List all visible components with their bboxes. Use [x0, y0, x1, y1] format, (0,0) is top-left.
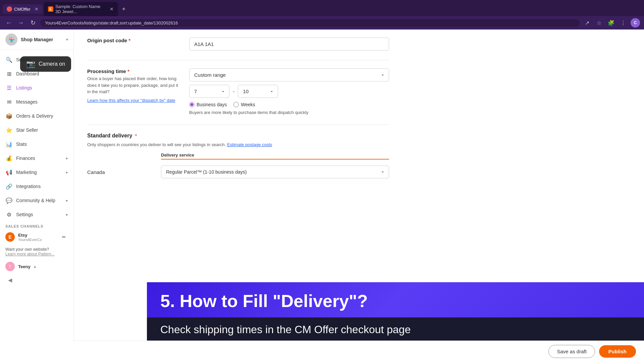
bookmark-icon[interactable]: ☆ [594, 18, 604, 27]
bottom-bar: Save as draft Publish [73, 341, 644, 362]
sidebar-chevron-icon: ▾ [66, 37, 68, 42]
sidebar-item-stats-label: Stats [16, 141, 68, 147]
messages-icon: ✉ [5, 98, 13, 106]
processing-time-label-col: Processing time * Once a buyer has place… [87, 68, 181, 103]
processing-time-select[interactable]: Custom range [189, 68, 389, 81]
sales-channels-label: SALES CHANNELS [0, 222, 73, 230]
processing-time-range: 7 - 10 [189, 85, 389, 98]
community-expand-icon: ▸ [66, 198, 68, 203]
listings-icon: ☰ [5, 84, 13, 92]
processing-time-link[interactable]: Learn how this affects your "dispatch by… [87, 98, 175, 103]
sidebar-item-integrations[interactable]: 🔗 Integrations [0, 179, 73, 193]
processing-time-row: Processing time * Once a buyer has place… [87, 68, 389, 115]
promo-text: Want your own website? [5, 247, 68, 252]
browser-chrome: CMOffer ✕ E Sample: Custom Name 3D Jewel… [0, 0, 644, 29]
sidebar-item-marketing[interactable]: 📢 Marketing ▸ [0, 165, 73, 179]
cmofter-favicon [7, 6, 12, 12]
close-tab-cmofter[interactable]: ✕ [35, 6, 39, 12]
sidebar-item-orders[interactable]: 📦 Orders & Delivery [0, 109, 73, 123]
origin-postcode-input[interactable] [189, 38, 389, 51]
promo-link[interactable]: Learn more about Pattern... [5, 252, 68, 256]
range-to-select[interactable]: 10 [238, 85, 278, 98]
finances-icon: 💰 [5, 155, 13, 162]
teeny-shop-icon: T [5, 262, 15, 271]
video-main-text: 5. How to Fill "Delivery"? [160, 292, 631, 311]
sidebar-teeny-shop[interactable]: T Teeny ▴ [0, 259, 73, 274]
dashboard-icon: ⊞ [5, 70, 13, 77]
processing-time-desc: Once a buyer has placed their order, how… [87, 75, 181, 95]
origin-postcode-row: Origin post code * [87, 38, 389, 51]
tab-etsy[interactable]: E Sample: Custom Name 3D Jewel... ✕ [44, 2, 118, 16]
divider-2 [87, 124, 389, 125]
share-icon[interactable]: ↗ [582, 18, 592, 27]
delivery-service-select[interactable]: Regular Parcel™ (1-10 business days) [161, 166, 389, 178]
sidebar-header[interactable]: 🏪 Shop Manager ▾ [0, 29, 73, 50]
sidebar-item-star-seller-label: Star Seller [16, 127, 68, 133]
finances-expand-icon: ▸ [66, 156, 68, 161]
sidebar-item-community-label: Community & Help [16, 198, 63, 203]
stats-icon: 📊 [5, 140, 13, 148]
sidebar-item-finances[interactable]: 💰 Finances ▸ [0, 151, 73, 165]
refresh-button[interactable]: ↻ [28, 18, 38, 27]
range-from-select[interactable]: 7 [189, 85, 229, 98]
sidebar-item-listings[interactable]: ☰ Listings [0, 81, 73, 95]
sidebar-promo: Want your own website? Learn more about … [0, 244, 73, 259]
video-sub-section: Check shipping times in the CM Offer che… [147, 317, 644, 342]
etsy-shop-letter: E [5, 232, 15, 242]
etsy-favicon: E [48, 6, 53, 12]
form-section: Origin post code * Processing time * Onc… [87, 38, 389, 178]
orders-icon: 📦 [5, 112, 13, 120]
col-service-header: Delivery service [161, 153, 389, 160]
camera-label: Camera on [39, 61, 65, 67]
close-tab-etsy[interactable]: ✕ [110, 6, 114, 12]
processing-time-input-col: Custom range 7 - 10 Bu [189, 68, 389, 115]
url-input[interactable] [45, 20, 575, 25]
settings-expand-icon: ▸ [66, 212, 68, 217]
extensions-icon[interactable]: 🧩 [606, 18, 616, 27]
edit-shop-icon[interactable]: ✏ [60, 233, 68, 241]
forward-button[interactable]: → [16, 18, 25, 27]
delivery-section: Standard delivery * Only shoppers in cou… [87, 133, 389, 178]
radio-business-days[interactable] [189, 102, 195, 107]
required-star: * [128, 38, 130, 43]
tab-cmofter[interactable]: CMOffer ✕ [3, 4, 43, 14]
radio-business-days-text: Business days [197, 102, 227, 107]
publish-button[interactable]: Publish [599, 345, 636, 358]
collapse-sidebar-button[interactable]: ◀ [5, 275, 15, 285]
sidebar-item-listings-label: Listings [16, 85, 68, 90]
radio-business-days-label[interactable]: Business days [189, 102, 227, 107]
sidebar-item-stats[interactable]: 📊 Stats [0, 137, 73, 151]
tab-cmofter-label: CMOffer [14, 7, 31, 12]
url-icons: ↗ ☆ 🧩 ⋮ C [582, 18, 640, 27]
sidebar-nav: 🔍 Search ⊞ Dashboard ☰ Listings ✉ Messag… [0, 50, 73, 362]
radio-weeks-text: Weeks [241, 102, 255, 107]
radio-weeks[interactable] [233, 102, 239, 107]
sidebar-item-star-seller[interactable]: ⭐ Star Seller [0, 123, 73, 137]
etsy-shop-info: Etsy Yours4EverCo [18, 233, 57, 242]
sidebar-item-finances-label: Finances [16, 156, 63, 161]
marketing-icon: 📢 [5, 169, 13, 176]
profile-avatar[interactable]: C [631, 18, 640, 27]
sidebar-item-community[interactable]: 💬 Community & Help ▸ [0, 193, 73, 207]
sidebar-item-messages[interactable]: ✉ Messages [0, 95, 73, 109]
radio-weeks-label[interactable]: Weeks [233, 102, 255, 107]
divider-1 [87, 60, 389, 60]
browser-menu-icon[interactable]: ⋮ [619, 18, 628, 27]
sidebar-etsy-shop-item[interactable]: E Etsy Yours4EverCo ✏ [0, 230, 73, 244]
processing-time-label: Processing time * [87, 68, 181, 74]
estimate-postage-link[interactable]: Estimate postage costs [227, 142, 272, 147]
new-tab-button[interactable]: + [119, 4, 128, 14]
back-button[interactable]: ← [4, 18, 13, 27]
sidebar-item-integrations-label: Integrations [16, 184, 68, 189]
sidebar-item-marketing-label: Marketing [16, 170, 63, 175]
sidebar: 🏪 Shop Manager ▾ 🔍 Search ⊞ Dashboard ☰ … [0, 29, 74, 362]
video-sub-text: Check shipping times in the CM Offer che… [160, 323, 631, 336]
sidebar-item-settings[interactable]: ⚙ Settings ▸ [0, 207, 73, 222]
tab-etsy-label: Sample: Custom Name 3D Jewel... [55, 4, 106, 14]
teeny-expand-icon: ▴ [34, 264, 36, 269]
range-separator: - [233, 88, 234, 95]
save-as-draft-button[interactable]: Save as draft [548, 345, 595, 358]
app-body: 🏪 Shop Manager ▾ 🔍 Search ⊞ Dashboard ☰ … [0, 29, 644, 362]
origin-postcode-input-col [189, 38, 389, 51]
delivery-table-header: Delivery service [87, 153, 389, 162]
